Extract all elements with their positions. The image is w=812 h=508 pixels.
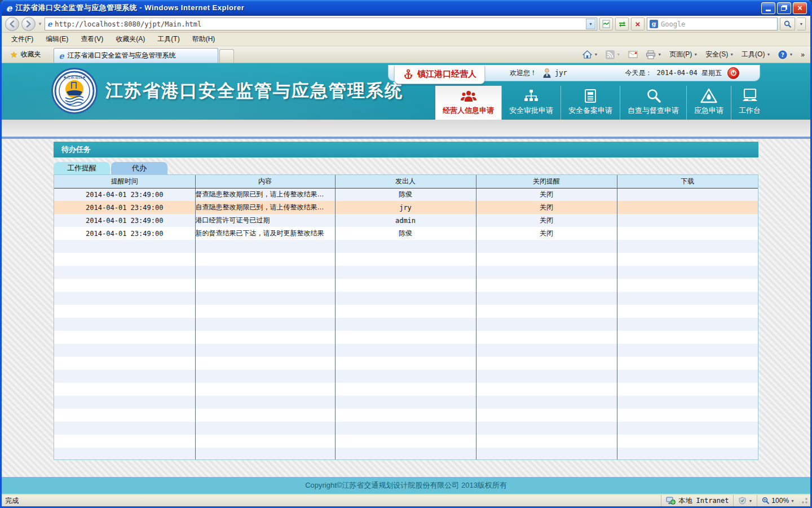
col-remind-time: 提醒时间 <box>54 175 195 188</box>
minimize-button[interactable] <box>761 2 775 14</box>
cell-content: 自查隐患整改期限已到，请上传整改结果… <box>195 201 335 214</box>
mail-icon <box>628 51 638 58</box>
logout-button[interactable] <box>727 67 739 79</box>
cell-content <box>195 396 335 409</box>
empty-row <box>54 305 758 318</box>
cell-remind-time <box>54 422 195 435</box>
nav-emergency[interactable]: 应急申请 <box>686 86 731 120</box>
cell-close[interactable]: 关闭 <box>476 227 617 240</box>
close-reminder-link[interactable]: 关闭 <box>540 216 553 224</box>
home-button[interactable]: ▼ <box>579 49 601 60</box>
cell-close[interactable]: 关闭 <box>476 214 617 227</box>
menu-help[interactable]: 帮助(H) <box>186 33 222 46</box>
nav-workbench[interactable]: 工作台 <box>731 86 768 120</box>
menu-bar: 文件(F) 编辑(E) 查看(V) 收藏夹(A) 工具(T) 帮助(H) <box>2 33 810 46</box>
cell-close <box>476 435 617 448</box>
gauge-button[interactable]: ▼ <box>733 495 757 506</box>
cell-download <box>617 292 758 305</box>
task-row[interactable]: 2014-04-01 23:49:00督查隐患整改期限已到，请上传整改结果…陈俊… <box>54 188 758 201</box>
close-reminder-link[interactable]: 关闭 <box>540 229 553 237</box>
empty-row <box>54 422 758 435</box>
search-icon <box>784 20 792 28</box>
nav-operator-info[interactable]: 经营人信息申请 <box>435 86 501 120</box>
menu-file[interactable]: 文件(F) <box>5 33 39 46</box>
cell-content <box>195 448 335 460</box>
address-dropdown[interactable]: ▼ <box>586 19 595 29</box>
tab-todo[interactable]: 代办 <box>111 162 167 174</box>
cell-content <box>195 357 335 370</box>
browser-tab[interactable]: e 江苏省港口安全监管与应急管理系统 <box>54 48 218 63</box>
cell-close[interactable]: 关闭 <box>476 188 617 201</box>
cell-close <box>476 253 617 266</box>
browser-window: e 江苏省港口安全监管与应急管理系统 - Windows Internet Ex… <box>0 0 812 508</box>
status-text: 完成 <box>5 496 19 506</box>
restore-button[interactable] <box>777 2 791 14</box>
address-field[interactable]: e http://localhost:8080/yjpt/Main.html ▼ <box>45 17 597 30</box>
favorites-star-icon: ★ <box>10 50 17 60</box>
resize-grip[interactable] <box>801 497 808 504</box>
cell-remind-time <box>54 266 195 279</box>
menu-favorites[interactable]: 收藏夹(A) <box>109 33 151 46</box>
cell-sender <box>335 331 476 344</box>
window-restore-icon <box>781 6 786 11</box>
refresh-button[interactable] <box>615 17 629 30</box>
history-dropdown[interactable]: ▼ <box>38 21 42 27</box>
cell-sender <box>335 435 476 448</box>
page-menu[interactable]: 页面(P) ▼ <box>666 48 701 61</box>
menu-edit[interactable]: 编辑(E) <box>39 33 74 46</box>
menu-view[interactable]: 查看(V) <box>74 33 109 46</box>
nav-label: 工作台 <box>739 106 761 116</box>
cell-sender <box>335 409 476 422</box>
address-url[interactable]: http://localhost:8080/yjpt/Main.html <box>55 20 583 28</box>
search-dropdown[interactable]: ▼ <box>797 17 806 30</box>
cell-remind-time <box>54 396 195 409</box>
window-title: 江苏省港口安全监管与应急管理系统 - Windows Internet Expl… <box>15 3 760 13</box>
feeds-dropdown-icon: ▼ <box>616 52 620 56</box>
cell-remind-time <box>54 435 195 448</box>
role-tab: 镇江港口经营人 <box>394 65 485 84</box>
cell-content <box>195 318 335 331</box>
col-download: 下载 <box>617 175 758 188</box>
new-tab-button[interactable] <box>219 49 234 63</box>
tools-menu[interactable]: 工具(O) ▼ <box>738 48 774 61</box>
nav-self-supervision[interactable]: 自查与督查申请 <box>620 86 686 120</box>
cell-sender <box>335 383 476 396</box>
task-row[interactable]: 2014-04-01 23:49:00港口经营许可证号已过期admin关闭 <box>54 214 758 227</box>
menu-tools[interactable]: 工具(T) <box>151 33 186 46</box>
user-avatar-icon <box>542 68 551 78</box>
zone-icon <box>666 497 676 505</box>
close-reminder-link[interactable]: 关闭 <box>540 190 553 198</box>
nav-safety-filing[interactable]: 安全备案申请 <box>561 86 620 120</box>
empty-row <box>54 266 758 279</box>
compatibility-button[interactable] <box>599 17 613 30</box>
zoom-control[interactable]: 100% ▼ <box>757 495 799 506</box>
task-row[interactable]: 2014-04-01 23:49:00新的督查结果已下达，请及时更新整改结果陈俊… <box>54 227 758 240</box>
back-button[interactable] <box>5 17 19 31</box>
feeds-button[interactable]: ▼ <box>602 49 624 61</box>
search-button[interactable] <box>780 17 795 30</box>
empty-row <box>54 370 758 383</box>
cell-close <box>476 357 617 370</box>
tab-work-reminder[interactable]: 工作提醒 <box>54 162 110 174</box>
close-button[interactable]: × <box>793 2 807 14</box>
cell-remind-time <box>54 448 195 460</box>
cell-close[interactable]: 关闭 <box>476 201 617 214</box>
search-box[interactable]: g Google <box>647 17 778 30</box>
nav-people-icon <box>460 89 477 103</box>
stop-button[interactable]: × <box>631 17 645 30</box>
print-button[interactable]: ▼ <box>642 49 665 61</box>
task-row[interactable]: 2014-04-01 23:49:00自查隐患整改期限已到，请上传整改结果…jr… <box>54 201 758 214</box>
security-menu[interactable]: 安全(S) ▼ <box>702 48 737 61</box>
cell-download <box>617 396 758 409</box>
cell-download <box>617 448 758 460</box>
favorites-button[interactable]: ★ 收藏夹 <box>5 47 46 63</box>
compatibility-icon <box>602 20 610 28</box>
cell-sender: jry <box>335 201 476 214</box>
nav-safety-approval[interactable]: 安全审批申请 <box>501 86 561 120</box>
more-commands-button[interactable]: » <box>797 49 808 60</box>
cell-sender <box>335 305 476 318</box>
close-reminder-link[interactable]: 关闭 <box>540 203 553 211</box>
mail-button[interactable] <box>625 49 641 60</box>
help-button[interactable]: ? ▼ <box>775 49 796 61</box>
forward-button[interactable] <box>21 17 36 31</box>
